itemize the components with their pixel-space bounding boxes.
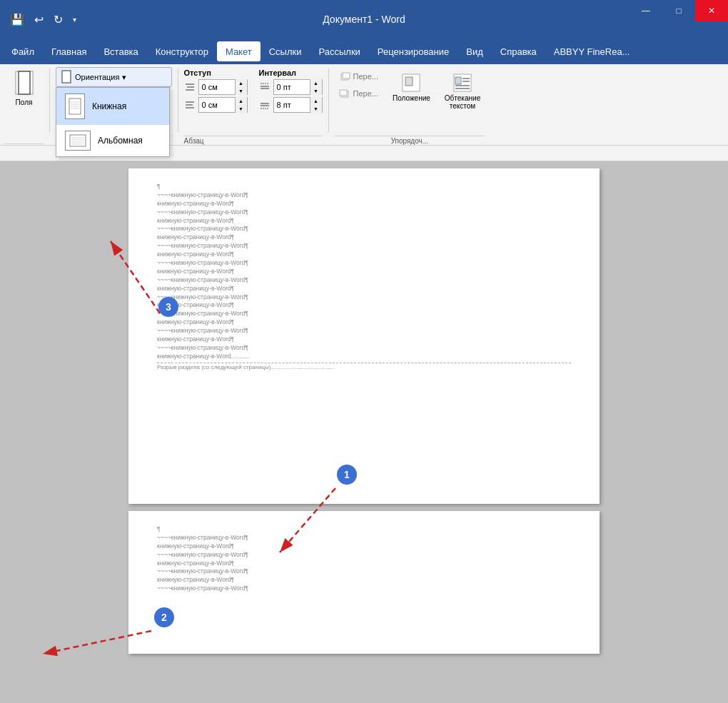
line-12: книжную-страницу-в-Word¶	[157, 285, 571, 293]
p2-line-1: ~~~~книжную-страницу-в-Word¶	[157, 534, 571, 542]
indent-right-spinners: ▲ ▼	[235, 97, 247, 113]
orientation-label: Ориентация ▾	[75, 73, 126, 82]
menu-abbyy[interactable]: ABBYY FineRea...	[545, 41, 639, 61]
p2-mark: ¶	[157, 525, 571, 534]
menu-mailings[interactable]: Рассылки	[310, 41, 368, 61]
indent-right-input[interactable]	[199, 98, 235, 112]
menu-insert[interactable]: Вставка	[95, 41, 146, 61]
menu-help[interactable]: Справка	[492, 41, 545, 61]
paragraph-label: Абзац	[184, 136, 323, 145]
indent-label: Отступ	[184, 69, 248, 77]
annotation-bubble-2: 2	[154, 607, 174, 627]
interval-after-input[interactable]	[274, 98, 310, 112]
indent-left-icon	[184, 83, 196, 91]
line-8: книжную-страницу-в-Word¶	[157, 251, 571, 259]
indent-left-input[interactable]	[199, 80, 235, 94]
menu-references[interactable]: Ссылки	[261, 41, 310, 61]
indent-right-field[interactable]: ▲ ▼	[198, 97, 248, 113]
line-13: ~~~~книжную-страницу-в-Word¶	[157, 293, 571, 302]
forward-label: Пере...	[353, 72, 378, 81]
line-17: ~~~~книжную-страницу-в-Word¶	[157, 327, 571, 335]
line-14: книжную-страницу-в-Word¶	[157, 301, 571, 310]
interval-after-spinners: ▲ ▼	[310, 97, 322, 113]
fields-group-label	[4, 143, 44, 145]
p2-line-7: ~~~~книжную-страницу-в-Word¶	[157, 585, 571, 593]
interval-before-down[interactable]: ▼	[310, 87, 322, 95]
indent-right-icon	[184, 101, 196, 109]
menu-file[interactable]: Файл	[3, 41, 43, 61]
page-break-text: Разрыв раздела (со следующей страницы)..…	[157, 363, 337, 371]
indent-right-up[interactable]: ▲	[236, 97, 247, 105]
line-16: книжную-страницу-в-Word¶	[157, 318, 571, 327]
indent-right-down[interactable]: ▼	[236, 105, 247, 113]
svg-rect-24	[340, 90, 347, 96]
back-icon	[339, 88, 350, 99]
redo-icon[interactable]: ↻	[51, 11, 66, 28]
interval-after-up[interactable]: ▲	[310, 97, 322, 105]
indent-left-down[interactable]: ▼	[236, 87, 247, 95]
interval-before-up[interactable]: ▲	[310, 79, 322, 87]
p2-line-2: книжную-страницу-в-Word¶	[157, 542, 571, 551]
line-6: книжную-страницу-в-Word¶	[157, 233, 571, 242]
save-icon[interactable]: 💾	[7, 11, 27, 28]
back-button[interactable]: Пере...	[335, 86, 383, 101]
p2-line-6: книжную-страницу-в-Word¶	[157, 576, 571, 585]
p2-line-3: ~~~~книжную-страницу-в-Word¶	[157, 551, 571, 560]
interval-after-down[interactable]: ▼	[310, 105, 322, 113]
line-4: книжную-страницу-в-Word¶	[157, 217, 571, 226]
divider-2	[178, 69, 178, 132]
wrap-icon	[451, 71, 474, 94]
back-label: Пере...	[353, 89, 378, 98]
pages-container: ¶ ~~~~книжную-страницу-в-Word¶ книжную-с…	[7, 168, 721, 703]
page2-content: ¶ ~~~~книжную-страницу-в-Word¶ книжную-с…	[157, 525, 571, 593]
position-label: Положение	[393, 94, 430, 102]
line-2: книжную-страницу-в-Word¶	[157, 200, 571, 208]
window-title: Документ1 - Word	[323, 14, 405, 25]
page-2: ¶ ~~~~книжную-страницу-в-Word¶ книжную-с…	[128, 511, 600, 654]
menu-design[interactable]: Конструктор	[147, 41, 217, 61]
undo-icon[interactable]: ↩	[31, 11, 46, 28]
menu-home[interactable]: Главная	[43, 41, 95, 61]
position-button[interactable]: Положение	[388, 69, 435, 105]
line-18: книжную-страницу-в-Word¶	[157, 335, 571, 344]
close-button[interactable]: ✕	[695, 0, 728, 21]
p2-line-5: ~~~~книжную-страницу-в-Word¶	[157, 567, 571, 576]
maximize-button[interactable]: □	[662, 0, 695, 21]
page-1: ¶ ~~~~книжную-страницу-в-Word¶ книжную-с…	[128, 168, 600, 504]
fields-button[interactable]: Поля	[4, 67, 44, 109]
bubble-2-circle: 2	[154, 607, 174, 627]
arrange-group-label: Упорядоч...	[391, 137, 428, 145]
page-break: Разрыв раздела (со следующей страницы)..…	[157, 363, 571, 371]
divider-3	[328, 69, 329, 132]
position-icon	[400, 71, 423, 94]
annotation-bubble-1: 1	[337, 465, 357, 485]
orientation-button[interactable]: Ориентация ▾	[56, 67, 172, 87]
indent-left-up[interactable]: ▲	[236, 79, 247, 87]
line-11: ~~~~книжную-страницу-в-Word¶	[157, 276, 571, 285]
fields-icon	[13, 70, 36, 98]
forward-icon	[339, 71, 350, 82]
quick-access-dropdown[interactable]: ▾	[70, 14, 79, 25]
svg-rect-2	[62, 71, 71, 83]
svg-rect-22	[343, 73, 350, 79]
wrap-button[interactable]: Обтекание текстом	[440, 69, 485, 113]
forward-button[interactable]: Пере...	[335, 69, 383, 84]
menu-view[interactable]: Вид	[457, 41, 492, 61]
interval-after-field[interactable]: ▲ ▼	[273, 97, 323, 113]
menu-layout[interactable]: Макет	[217, 41, 261, 61]
menu-bar: Файл Главная Вставка Конструктор Макет С…	[0, 39, 728, 64]
interval-before-field[interactable]: ▲ ▼	[273, 79, 323, 95]
line-10: книжную-страницу-в-Word¶	[157, 268, 571, 276]
indent-left-field[interactable]: ▲ ▼	[198, 79, 248, 95]
svg-rect-26	[405, 77, 413, 86]
minimize-button[interactable]: —	[630, 0, 662, 21]
interval-after-icon	[259, 101, 271, 109]
menu-review[interactable]: Рецензирование	[369, 41, 457, 61]
interval-before-input[interactable]	[274, 80, 310, 94]
quick-access-toolbar: 💾 ↩ ↻ ▾	[7, 11, 79, 28]
window-controls: — □ ✕	[630, 0, 728, 21]
arrange-label: Упорядоч...	[335, 136, 485, 145]
wrap-label: Обтекание текстом	[445, 94, 480, 110]
svg-rect-28	[455, 77, 461, 84]
line-5: ~~~~книжную-страницу-в-Word¶	[157, 225, 571, 233]
